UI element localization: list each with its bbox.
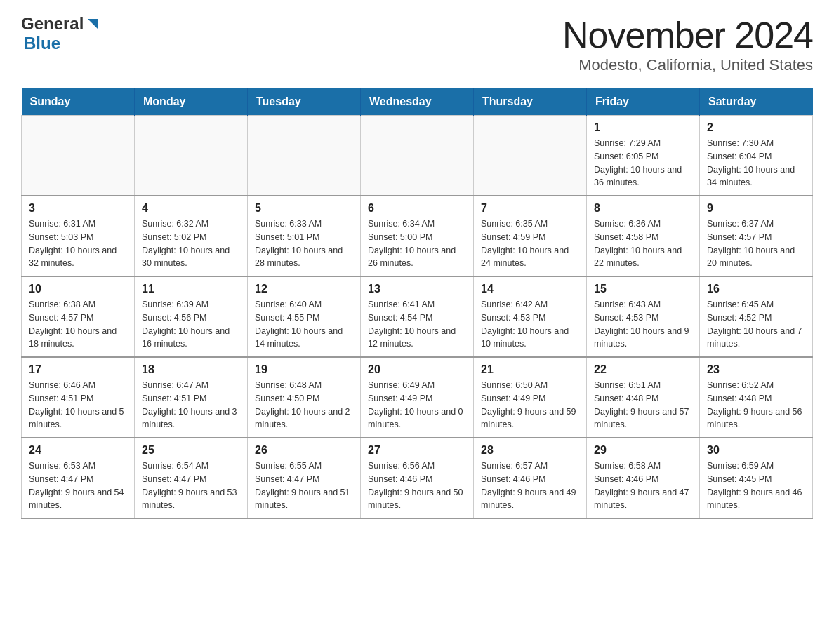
calendar-cell: 20Sunrise: 6:49 AM Sunset: 4:49 PM Dayli… xyxy=(361,357,474,438)
calendar-week-3: 10Sunrise: 6:38 AM Sunset: 4:57 PM Dayli… xyxy=(22,276,813,357)
day-number: 16 xyxy=(707,283,805,295)
day-info: Sunrise: 6:51 AM Sunset: 4:48 PM Dayligh… xyxy=(594,379,692,431)
day-info: Sunrise: 6:42 AM Sunset: 4:53 PM Dayligh… xyxy=(481,298,579,351)
day-info: Sunrise: 6:41 AM Sunset: 4:54 PM Dayligh… xyxy=(368,298,466,351)
calendar-cell: 8Sunrise: 6:36 AM Sunset: 4:58 PM Daylig… xyxy=(587,196,700,276)
day-header-friday: Friday xyxy=(587,88,700,116)
calendar-cell: 5Sunrise: 6:33 AM Sunset: 5:01 PM Daylig… xyxy=(248,196,361,276)
day-info: Sunrise: 6:38 AM Sunset: 4:57 PM Dayligh… xyxy=(29,298,127,351)
calendar-cell xyxy=(361,116,474,196)
day-number: 18 xyxy=(142,363,240,376)
svg-marker-0 xyxy=(88,19,98,29)
title-area: November 2024 Modesto, California, Unite… xyxy=(562,14,813,74)
day-info: Sunrise: 6:59 AM Sunset: 4:45 PM Dayligh… xyxy=(707,459,805,512)
day-info: Sunrise: 6:52 AM Sunset: 4:48 PM Dayligh… xyxy=(707,379,805,431)
page-subtitle: Modesto, California, United States xyxy=(562,56,813,74)
calendar-cell: 11Sunrise: 6:39 AM Sunset: 4:56 PM Dayli… xyxy=(135,276,248,357)
calendar-cell: 19Sunrise: 6:48 AM Sunset: 4:50 PM Dayli… xyxy=(248,357,361,438)
day-number: 11 xyxy=(142,283,240,295)
day-number: 2 xyxy=(707,121,805,134)
day-info: Sunrise: 7:29 AM Sunset: 6:05 PM Dayligh… xyxy=(594,137,692,189)
calendar-cell: 16Sunrise: 6:45 AM Sunset: 4:52 PM Dayli… xyxy=(700,276,813,357)
day-info: Sunrise: 6:47 AM Sunset: 4:51 PM Dayligh… xyxy=(142,379,240,431)
logo-general-text: General xyxy=(21,14,84,34)
calendar-week-5: 24Sunrise: 6:53 AM Sunset: 4:47 PM Dayli… xyxy=(22,438,813,518)
day-info: Sunrise: 7:30 AM Sunset: 6:04 PM Dayligh… xyxy=(707,137,805,189)
page-title: November 2024 xyxy=(562,14,813,56)
day-number: 30 xyxy=(707,444,805,457)
day-number: 1 xyxy=(594,121,692,134)
day-info: Sunrise: 6:35 AM Sunset: 4:59 PM Dayligh… xyxy=(481,217,579,270)
calendar-cell: 28Sunrise: 6:57 AM Sunset: 4:46 PM Dayli… xyxy=(474,438,587,518)
day-info: Sunrise: 6:34 AM Sunset: 5:00 PM Dayligh… xyxy=(368,217,466,270)
calendar-cell xyxy=(135,116,248,196)
calendar-cell: 27Sunrise: 6:56 AM Sunset: 4:46 PM Dayli… xyxy=(361,438,474,518)
day-info: Sunrise: 6:46 AM Sunset: 4:51 PM Dayligh… xyxy=(29,379,127,431)
day-number: 22 xyxy=(594,363,692,376)
calendar-cell xyxy=(474,116,587,196)
calendar-cell: 9Sunrise: 6:37 AM Sunset: 4:57 PM Daylig… xyxy=(700,196,813,276)
day-number: 5 xyxy=(255,202,353,215)
calendar-cell: 6Sunrise: 6:34 AM Sunset: 5:00 PM Daylig… xyxy=(361,196,474,276)
day-info: Sunrise: 6:53 AM Sunset: 4:47 PM Dayligh… xyxy=(29,459,127,512)
calendar-cell xyxy=(22,116,135,196)
day-header-wednesday: Wednesday xyxy=(361,88,474,116)
day-info: Sunrise: 6:57 AM Sunset: 4:46 PM Dayligh… xyxy=(481,459,579,512)
calendar-cell: 3Sunrise: 6:31 AM Sunset: 5:03 PM Daylig… xyxy=(22,196,135,276)
day-number: 19 xyxy=(255,363,353,376)
day-number: 7 xyxy=(481,202,579,215)
calendar-cell: 17Sunrise: 6:46 AM Sunset: 4:51 PM Dayli… xyxy=(22,357,135,438)
calendar-cell: 14Sunrise: 6:42 AM Sunset: 4:53 PM Dayli… xyxy=(474,276,587,357)
calendar-week-1: 1Sunrise: 7:29 AM Sunset: 6:05 PM Daylig… xyxy=(22,116,813,196)
calendar-cell: 21Sunrise: 6:50 AM Sunset: 4:49 PM Dayli… xyxy=(474,357,587,438)
logo-blue-text: Blue xyxy=(24,34,60,53)
calendar-cell: 1Sunrise: 7:29 AM Sunset: 6:05 PM Daylig… xyxy=(587,116,700,196)
calendar-cell: 10Sunrise: 6:38 AM Sunset: 4:57 PM Dayli… xyxy=(22,276,135,357)
calendar-cell: 30Sunrise: 6:59 AM Sunset: 4:45 PM Dayli… xyxy=(700,438,813,518)
day-info: Sunrise: 6:48 AM Sunset: 4:50 PM Dayligh… xyxy=(255,379,353,431)
day-number: 6 xyxy=(368,202,466,215)
day-number: 15 xyxy=(594,283,692,295)
calendar-cell: 26Sunrise: 6:55 AM Sunset: 4:47 PM Dayli… xyxy=(248,438,361,518)
day-number: 23 xyxy=(707,363,805,376)
day-number: 24 xyxy=(29,444,127,457)
day-number: 14 xyxy=(481,283,579,295)
day-number: 10 xyxy=(29,283,127,295)
day-number: 8 xyxy=(594,202,692,215)
calendar-cell: 24Sunrise: 6:53 AM Sunset: 4:47 PM Dayli… xyxy=(22,438,135,518)
day-info: Sunrise: 6:39 AM Sunset: 4:56 PM Dayligh… xyxy=(142,298,240,351)
day-header-sunday: Sunday xyxy=(22,88,135,116)
day-number: 26 xyxy=(255,444,353,457)
day-info: Sunrise: 6:50 AM Sunset: 4:49 PM Dayligh… xyxy=(481,379,579,431)
day-number: 4 xyxy=(142,202,240,215)
day-number: 12 xyxy=(255,283,353,295)
day-info: Sunrise: 6:54 AM Sunset: 4:47 PM Dayligh… xyxy=(142,459,240,512)
day-number: 9 xyxy=(707,202,805,215)
calendar-cell: 18Sunrise: 6:47 AM Sunset: 4:51 PM Dayli… xyxy=(135,357,248,438)
calendar-cell: 22Sunrise: 6:51 AM Sunset: 4:48 PM Dayli… xyxy=(587,357,700,438)
calendar-cell: 12Sunrise: 6:40 AM Sunset: 4:55 PM Dayli… xyxy=(248,276,361,357)
day-number: 28 xyxy=(481,444,579,457)
day-info: Sunrise: 6:36 AM Sunset: 4:58 PM Dayligh… xyxy=(594,217,692,270)
day-header-thursday: Thursday xyxy=(474,88,587,116)
logo-triangle-icon xyxy=(85,16,100,32)
day-number: 29 xyxy=(594,444,692,457)
page-header: General Blue November 2024 Modesto, Cali… xyxy=(21,14,813,74)
day-info: Sunrise: 6:37 AM Sunset: 4:57 PM Dayligh… xyxy=(707,217,805,270)
day-number: 21 xyxy=(481,363,579,376)
day-info: Sunrise: 6:40 AM Sunset: 4:55 PM Dayligh… xyxy=(255,298,353,351)
calendar-header-row: SundayMondayTuesdayWednesdayThursdayFrid… xyxy=(22,88,813,116)
calendar-cell: 7Sunrise: 6:35 AM Sunset: 4:59 PM Daylig… xyxy=(474,196,587,276)
day-header-saturday: Saturday xyxy=(700,88,813,116)
day-info: Sunrise: 6:31 AM Sunset: 5:03 PM Dayligh… xyxy=(29,217,127,270)
day-info: Sunrise: 6:49 AM Sunset: 4:49 PM Dayligh… xyxy=(368,379,466,431)
calendar-cell: 15Sunrise: 6:43 AM Sunset: 4:53 PM Dayli… xyxy=(587,276,700,357)
day-number: 27 xyxy=(368,444,466,457)
day-info: Sunrise: 6:33 AM Sunset: 5:01 PM Dayligh… xyxy=(255,217,353,270)
day-number: 13 xyxy=(368,283,466,295)
day-number: 3 xyxy=(29,202,127,215)
calendar-week-2: 3Sunrise: 6:31 AM Sunset: 5:03 PM Daylig… xyxy=(22,196,813,276)
calendar-cell: 23Sunrise: 6:52 AM Sunset: 4:48 PM Dayli… xyxy=(700,357,813,438)
day-info: Sunrise: 6:58 AM Sunset: 4:46 PM Dayligh… xyxy=(594,459,692,512)
day-info: Sunrise: 6:55 AM Sunset: 4:47 PM Dayligh… xyxy=(255,459,353,512)
